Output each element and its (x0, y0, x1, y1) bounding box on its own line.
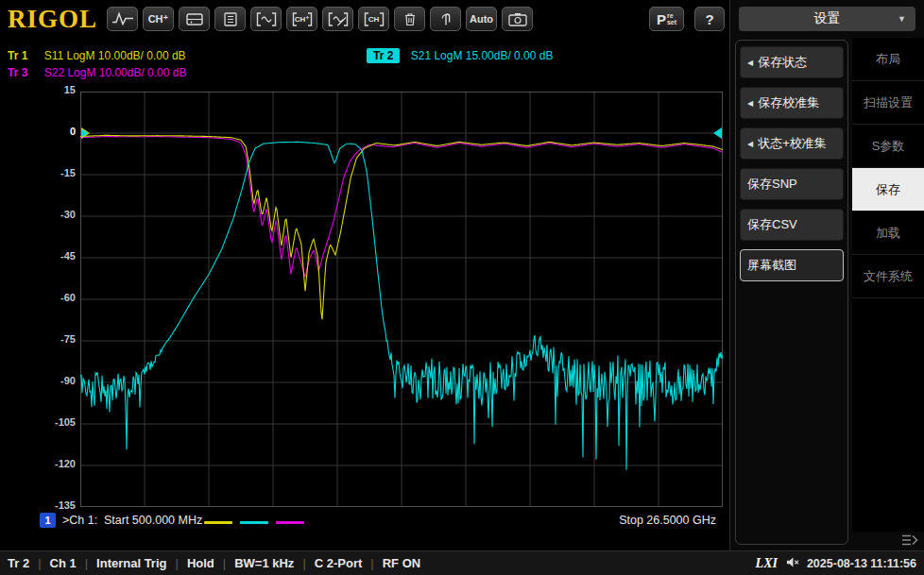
sidebar-tab-3[interactable]: 保存 (852, 168, 924, 211)
collapse-menu-icon[interactable] (900, 533, 919, 548)
status-item-3: Hold (166, 556, 214, 570)
trace3-desc: S22 LogM 10.00dB/ 0.00 dB (44, 66, 187, 79)
active-trace-badge: Tr 2 (367, 48, 400, 63)
y-tick-label: -30 (42, 209, 76, 220)
y-tick-label: -120 (42, 458, 76, 469)
preset-label-small: re set (667, 12, 676, 25)
sidebar-menu-item-5[interactable]: 屏幕截图 (740, 249, 844, 281)
toolbar-buttons: CH⁺CH⁺CHAuto (107, 7, 538, 31)
status-item-6: RF ON (362, 556, 420, 570)
submenu-arrow-icon: ◀ (747, 140, 753, 148)
channel-window-button[interactable]: CH (358, 7, 389, 31)
sidebar-tab-5[interactable]: 文件系统 (852, 255, 924, 298)
channel-window-add-button[interactable]: CH⁺ (286, 7, 317, 31)
meas-button[interactable] (107, 7, 138, 31)
toolbar: RIGOL CH⁺CH⁺CHAuto P re set ? (0, 0, 729, 38)
dropdown-arrow-icon: ▼ (898, 14, 906, 24)
status-item-4: BW=1 kHz (214, 556, 295, 570)
trace-window-button[interactable] (250, 7, 282, 31)
sidebar-menu-item-label: 保存CSV (747, 216, 797, 233)
status-right: LXI 2025-08-13 11:11:56 (756, 556, 916, 571)
sidebar-menu-item-label: 保存校准集 (758, 94, 819, 111)
sidebar-menu-item-label: 屏幕截图 (747, 257, 796, 274)
submenu-arrow-icon: ◀ (747, 99, 753, 108)
y-tick-label: -45 (42, 250, 76, 262)
settings-menu-header[interactable]: 设置 ▼ (739, 7, 915, 31)
trace3-legend-line (276, 521, 304, 524)
sidebar-tab-0[interactable]: 布局 (852, 38, 924, 81)
start-frequency[interactable]: Start 500.000 MHz (104, 514, 202, 527)
y-tick-label: -60 (42, 292, 76, 303)
trace1-desc: S11 LogM 10.00dB/ 0.00 dB (44, 49, 186, 62)
sidebar-tab-4[interactable]: 加载 (852, 211, 924, 255)
trace2-legend-line (240, 521, 268, 524)
trace1-info[interactable]: Tr 1 S11 LogM 10.00dB/ 0.00 dB (8, 49, 186, 64)
channel-add-button-label: CH⁺ (148, 13, 169, 25)
trace3-id: Tr 3 (8, 66, 27, 79)
status-items: Tr 2Ch 1Internal TrigHoldBW=1 kHzC 2-Por… (8, 556, 420, 570)
preset-label-bottom: set (667, 19, 676, 25)
ref-marker-right-tr2 (713, 127, 722, 139)
datetime: 2025-08-13 11:11:56 (807, 557, 916, 570)
trace1-legend-line (204, 521, 232, 524)
trace2-info[interactable]: Tr 2 S21 LogM 15.00dB/ 0.00 dB (367, 49, 553, 62)
save-device-button[interactable] (179, 7, 210, 31)
channel-window-button-label: CH (368, 15, 380, 24)
stop-frequency[interactable]: Stop 26.5000 GHz (619, 514, 716, 527)
screenshot-button[interactable] (502, 7, 533, 31)
submenu-arrow-icon: ◀ (747, 59, 753, 67)
status-item-5: C 2-Port (294, 556, 362, 570)
auto-button-label: Auto (470, 13, 493, 25)
rigol-logo: RIGOL (8, 5, 97, 34)
status-item-2: Internal Trig (77, 556, 167, 570)
trace-edit-window-button[interactable] (322, 7, 353, 31)
sidebar-menu-item-1[interactable]: ◀保存校准集 (740, 87, 844, 119)
chart-region: Tr 1 S11 LogM 10.00dB/ 0.00 dB Tr 2 S21 … (0, 38, 729, 550)
lxi-logo: LXI (756, 556, 778, 571)
settings-title: 设置 (814, 10, 841, 27)
sidebar-menu-item-0[interactable]: ◀保存状态 (740, 46, 844, 78)
y-tick-label: -15 (42, 167, 76, 178)
delete-button[interactable] (394, 7, 425, 31)
channel-badge[interactable]: 1 (40, 513, 56, 528)
auto-button[interactable]: Auto (466, 7, 497, 31)
trace2-desc: S21 LogM 15.00dB/ 0.00 dB (411, 49, 554, 62)
sidebar-menu-item-2[interactable]: ◀状态+校准集 (740, 127, 844, 160)
trace1-id: Tr 1 (8, 49, 27, 62)
sidebar-menu-item-label: 状态+校准集 (758, 135, 827, 152)
sidebar-menu: ◀保存状态◀保存校准集◀状态+校准集保存SNP保存CSV屏幕截图 (735, 40, 848, 545)
y-tick-label: -75 (42, 333, 76, 345)
sidebar: 设置 ▼ ◀保存状态◀保存校准集◀状态+校准集保存SNP保存CSV屏幕截图 布局… (729, 0, 924, 550)
channel-label: >Ch 1: (62, 514, 97, 527)
y-tick-label: 15 (42, 84, 76, 95)
sidebar-menu-item-label: 保存状态 (758, 54, 807, 71)
y-tick-label: -135 (42, 499, 76, 511)
channel-add-button[interactable]: CH⁺ (143, 7, 174, 31)
speaker-mute-icon[interactable] (785, 556, 799, 571)
plot-area[interactable] (80, 92, 723, 507)
preset-label-top: re (667, 12, 676, 19)
channel-window-add-button-label: CH⁺ (295, 15, 310, 24)
trace3-info[interactable]: Tr 3 S22 LogM 10.00dB/ 0.00 dB (8, 66, 186, 81)
sidebar-menu-item-3[interactable]: 保存SNP (740, 168, 844, 200)
y-tick-label: -90 (42, 375, 76, 386)
preset-label-main: P (657, 11, 666, 27)
status-item-0: Tr 2 (8, 556, 29, 570)
y-axis-labels: 150-15-30-45-60-75-90-105-120-135 (0, 38, 77, 550)
channel-row: 1 >Ch 1: Start 500.000 MHz Stop 26.5000 … (0, 512, 729, 533)
sidebar-tab-1[interactable]: 扫描设置 (852, 81, 924, 125)
touch-button[interactable] (430, 7, 461, 31)
preset-button[interactable]: P re set (649, 7, 684, 31)
y-tick-label: 0 (42, 126, 76, 137)
status-item-1: Ch 1 (29, 556, 77, 570)
help-button[interactable]: ? (694, 7, 725, 31)
sidebar-menu-item-label: 保存SNP (747, 176, 797, 193)
page-list-button[interactable] (214, 7, 246, 31)
y-tick-label: -105 (42, 416, 76, 428)
sidebar-tabs: 布局扫描设置S参数保存加载文件系统 (852, 38, 924, 532)
status-bar: Tr 2Ch 1Internal TrigHoldBW=1 kHzC 2-Por… (0, 550, 924, 575)
sidebar-tab-2[interactable]: S参数 (852, 125, 924, 168)
vna-screen: { "toolbar": { "logo": "RIGOL", "buttons… (0, 0, 924, 575)
sidebar-menu-item-4[interactable]: 保存CSV (740, 209, 844, 241)
